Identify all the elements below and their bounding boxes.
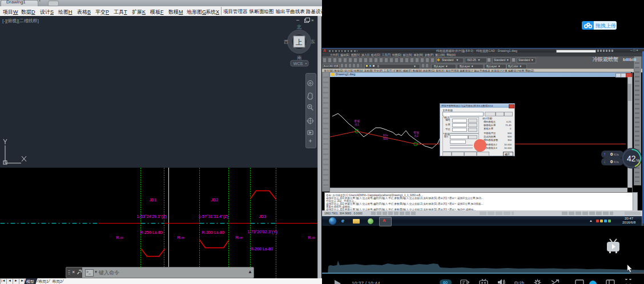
- svg-text:WCS: WCS: [293, 62, 303, 66]
- svg-text:1-53°24'29.1"(Z): 1-53°24'29.1"(Z): [137, 214, 167, 219]
- svg-text:JD1: JD1: [150, 197, 157, 202]
- svg-text:R-∞: R-∞: [308, 235, 316, 240]
- svg-text:1-57°31'31.4"(Z): 1-57°31'31.4"(Z): [199, 214, 228, 219]
- svg-text:%: %: [636, 159, 639, 163]
- svg-text:▼: ▼: [305, 62, 307, 65]
- svg-text:上: 上: [296, 38, 303, 46]
- svg-text:JD2: JD2: [211, 197, 219, 202]
- svg-text:点2: 点2: [414, 134, 418, 137]
- svg-text:R-250 Ls-80: R-250 Ls-80: [140, 230, 163, 235]
- svg-text:JD3: JD3: [259, 214, 267, 219]
- svg-text:北: 北: [296, 25, 301, 30]
- svg-text:R-∞: R-∞: [178, 235, 185, 240]
- svg-text:1:73°20'02.3"(Y): 1:73°20'02.3"(Y): [248, 229, 277, 234]
- svg-text:点1: 点1: [355, 123, 359, 126]
- svg-text:42: 42: [627, 154, 636, 163]
- svg-text:R-200 Ls-80: R-200 Ls-80: [251, 246, 273, 251]
- svg-text:500: 500: [383, 137, 388, 140]
- svg-text:R-300 Ls-80: R-300 Ls-80: [202, 230, 225, 235]
- svg-text:南: 南: [297, 55, 302, 60]
- svg-text:R-∞: R-∞: [116, 235, 124, 240]
- svg-text:东: 东: [311, 39, 315, 44]
- svg-text:R-∞: R-∞: [236, 235, 243, 240]
- svg-text:西: 西: [284, 39, 288, 44]
